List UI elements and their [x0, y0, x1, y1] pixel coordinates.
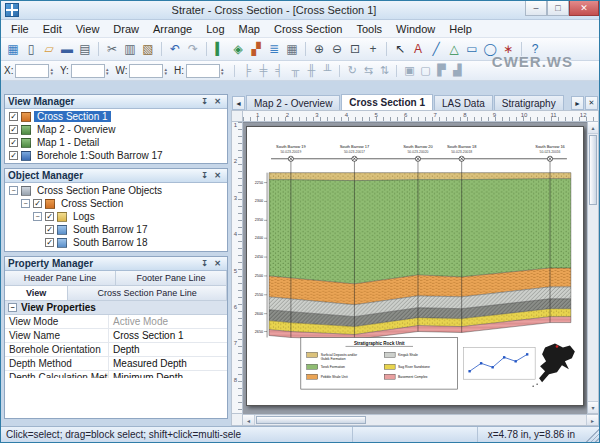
align-center-icon[interactable]: ╪ [255, 63, 271, 79]
menu-file[interactable]: File [4, 21, 36, 37]
ellipse-tool-icon[interactable]: ◯ [481, 40, 499, 58]
menu-window[interactable]: Window [389, 21, 442, 37]
legend[interactable]: Stratigraphic Rock Unit Surficial Deposi… [301, 337, 458, 389]
menu-tools[interactable]: Tools [349, 21, 389, 37]
tab-cross-section-1[interactable]: Cross Section 1 [341, 94, 433, 110]
undo-icon[interactable]: ↶ [166, 40, 184, 58]
rect-tool-icon[interactable]: ▭ [463, 40, 481, 58]
object-root[interactable]: − Cross Section Pane Objects [5, 184, 227, 197]
align-middle-icon[interactable]: ╫ [303, 63, 319, 79]
menu-log[interactable]: Log [199, 21, 231, 37]
zoom-in-icon[interactable]: ⊕ [310, 40, 328, 58]
align-right-icon[interactable]: ╡ [271, 63, 287, 79]
well-log-icon[interactable]: ≣ [265, 40, 283, 58]
pin-icon[interactable]: ↧ [198, 170, 211, 182]
minimize-button[interactable]: – [525, 1, 547, 16]
h-spinner[interactable]: ▴▾ [221, 67, 224, 75]
checkbox[interactable]: ✓ [33, 199, 42, 208]
checkbox[interactable]: ✓ [9, 151, 18, 160]
close-icon[interactable]: ✕ [211, 258, 224, 270]
checkbox[interactable]: ✓ [45, 212, 54, 221]
collapse-icon[interactable]: − [33, 212, 42, 221]
depth-scale[interactable]: 2250 2300 2350 2400 2450 2500 2550 2600 … [255, 173, 267, 338]
object-well-south-barrow-18[interactable]: ✓ South Barrow 18 [41, 236, 227, 249]
zoom-out-icon[interactable]: ⊖ [328, 40, 346, 58]
object-logs[interactable]: − ✓ Logs [29, 210, 227, 223]
map-view-icon[interactable]: ◈ [229, 40, 247, 58]
scroll-left-icon[interactable]: ◂ [243, 415, 255, 425]
menu-edit[interactable]: Edit [36, 21, 69, 37]
alaska-map-inset[interactable] [532, 343, 574, 386]
send-to-back-icon[interactable]: ▟ [449, 63, 465, 79]
tab-cross-section-pane-line[interactable]: Cross Section Pane Line [68, 286, 227, 300]
align-top-icon[interactable]: ╥ [287, 63, 303, 79]
text-tool-icon[interactable]: A [409, 40, 427, 58]
tab-stratigraphy[interactable]: Stratigraphy [494, 95, 564, 110]
view-item-cross-section-1[interactable]: ✓ Cross Section 1 [5, 110, 227, 123]
align-left-icon[interactable]: ╞ [239, 63, 255, 79]
vertical-scroll-thumb[interactable] [589, 135, 597, 205]
flip-horizontal-icon[interactable]: ⇆ [360, 63, 376, 79]
menu-map[interactable]: Map [232, 21, 267, 37]
cross-section-view-icon[interactable]: ▞ [247, 40, 265, 58]
rotate-icon[interactable]: ↻ [344, 63, 360, 79]
tab-scroll-right-button[interactable]: ► [571, 96, 584, 110]
pin-icon[interactable]: ↧ [198, 258, 211, 270]
menu-draw[interactable]: Draw [106, 21, 146, 37]
checkbox[interactable]: ✓ [45, 238, 54, 247]
close-icon[interactable]: ✕ [211, 170, 224, 182]
checkbox[interactable]: ✓ [9, 125, 18, 134]
ungroup-icon[interactable]: ▢ [417, 63, 433, 79]
tab-header-pane-line[interactable]: Header Pane Line [5, 271, 116, 285]
w-input[interactable] [129, 64, 163, 78]
cross-section-page[interactable]: South Barrow 19 50-023-20019 South Barro… [246, 126, 584, 406]
tab-footer-pane-line[interactable]: Footer Pane Line [116, 271, 227, 285]
new-borehole-document-icon[interactable]: ▦ [4, 40, 22, 58]
save-icon[interactable]: ▬ [58, 40, 76, 58]
copy-icon[interactable]: ▥ [121, 40, 139, 58]
collapse-icon[interactable]: − [8, 303, 17, 312]
y-input[interactable] [71, 64, 105, 78]
group-icon[interactable]: ▣ [401, 63, 417, 79]
polygon-tool-icon[interactable]: △ [445, 40, 463, 58]
collapse-icon[interactable]: − [21, 199, 30, 208]
property-section-header[interactable]: − View Properties [5, 301, 227, 315]
horizontal-scroll-thumb[interactable] [256, 416, 366, 424]
line-tool-icon[interactable]: ╱ [427, 40, 445, 58]
borehole-view-icon[interactable]: ▍ [211, 40, 229, 58]
redo-icon[interactable]: ↷ [184, 40, 202, 58]
horizontal-scrollbar[interactable]: ◂ ▸ [243, 414, 599, 426]
collapse-icon[interactable]: − [9, 186, 18, 195]
new-file-icon[interactable]: ▯ [22, 40, 40, 58]
view-item-map-2[interactable]: ✓ Map 2 - Overview [5, 123, 227, 136]
scroll-right-icon[interactable]: ▸ [586, 415, 598, 425]
x-spinner[interactable]: ▴▾ [50, 67, 53, 75]
w-spinner[interactable]: ▴▾ [164, 67, 167, 75]
pin-icon[interactable]: ↧ [198, 96, 211, 108]
menu-help[interactable]: Help [442, 21, 479, 37]
close-icon[interactable]: ✕ [211, 96, 224, 108]
checkbox[interactable]: ✓ [9, 112, 18, 121]
object-cross-section[interactable]: − ✓ Cross Section [17, 197, 227, 210]
tab-las-data[interactable]: LAS Data [434, 95, 493, 110]
y-spinner[interactable]: ▴▾ [106, 67, 109, 75]
tab-view[interactable]: View [5, 286, 68, 300]
help-icon[interactable]: ? [526, 40, 544, 58]
select-arrow-icon[interactable]: ↖ [391, 40, 409, 58]
drawing-canvas[interactable]: South Barrow 19 50-023-20019 South Barro… [243, 122, 587, 414]
object-well-south-barrow-17[interactable]: ✓ South Barrow 17 [41, 223, 227, 236]
cut-icon[interactable]: ✂ [103, 40, 121, 58]
open-file-icon[interactable]: ▱ [40, 40, 58, 58]
vertical-scrollbar[interactable]: ▴ ▾ [587, 122, 599, 414]
section-layers[interactable] [269, 173, 571, 340]
data-table-icon[interactable]: ▦ [283, 40, 301, 58]
zoom-fit-icon[interactable]: ⊡ [346, 40, 364, 58]
tab-scroll-left-button[interactable]: ◄ [232, 96, 245, 110]
menu-view[interactable]: View [69, 21, 107, 37]
inset-chart[interactable] [464, 347, 535, 379]
x-input[interactable] [15, 64, 49, 78]
pan-icon[interactable]: + [364, 40, 382, 58]
view-item-borehole-1[interactable]: ✓ Borehole 1:South Barrow 17 [5, 149, 227, 162]
flip-vertical-icon[interactable]: ⇅ [376, 63, 392, 79]
tab-map-2-overview[interactable]: Map 2 - Overview [246, 95, 340, 110]
